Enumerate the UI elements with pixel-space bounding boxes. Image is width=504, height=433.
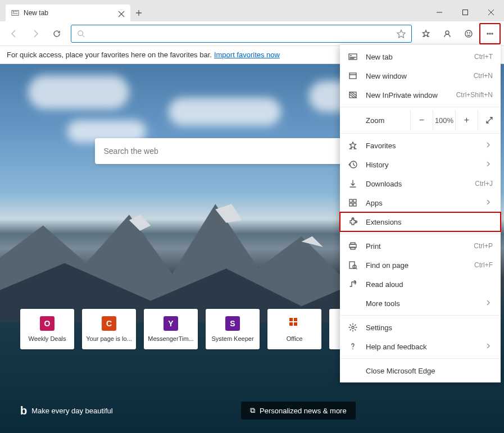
menu-item-extensions[interactable]: Extensions [340, 212, 501, 231]
menu-separator [340, 133, 501, 134]
forward-button[interactable] [25, 23, 46, 44]
menu-item-settings[interactable]: Settings [340, 318, 501, 337]
menu-item-more-tools[interactable]: More tools [340, 294, 501, 313]
new-tab-button[interactable] [130, 4, 147, 21]
back-button[interactable] [3, 23, 25, 44]
menu-item-label: New InPrivate window [366, 91, 456, 99]
favorites-list-button[interactable] [415, 23, 437, 44]
quick-link-tile[interactable]: OWeekly Deals [20, 309, 74, 349]
menu-item-new-window[interactable]: New windowCtrl+N [340, 66, 501, 85]
menu-item-label: Print [366, 242, 474, 250]
quick-link-tile[interactable]: YMessengerTim... [144, 309, 198, 349]
refresh-button[interactable] [46, 23, 67, 44]
chevron-right-icon [486, 199, 493, 207]
news-toggle-label: Personalized news & more [260, 407, 347, 415]
tab-close-icon[interactable] [118, 10, 125, 16]
inprivate-icon [348, 90, 358, 100]
svg-point-12 [492, 33, 493, 34]
svg-rect-15 [289, 322, 293, 326]
menu-item-label: Read aloud [366, 280, 493, 289]
svg-point-26 [352, 218, 354, 220]
menu-item-apps[interactable]: Apps [340, 193, 501, 212]
apps-icon [348, 198, 358, 208]
favorite-star-icon[interactable] [397, 29, 406, 38]
menu-item-label: New window [366, 72, 474, 80]
zoom-out-button[interactable]: − [411, 110, 433, 131]
svg-point-7 [465, 30, 472, 37]
bing-tagline[interactable]: b Make every day beautiful [20, 404, 113, 417]
svg-rect-24 [349, 203, 352, 206]
menu-item-print[interactable]: PrintCtrl+P [340, 236, 501, 256]
more-menu-button[interactable] [479, 23, 501, 44]
menu-item-history[interactable]: History [340, 155, 501, 174]
tile-label: Office [287, 335, 303, 342]
menu-item-close-microsoft-edge[interactable]: Close Microsoft Edge [340, 361, 501, 380]
svg-point-6 [446, 31, 449, 34]
svg-point-9 [470, 33, 470, 33]
readaloud-icon [348, 279, 358, 289]
address-bar[interactable] [71, 25, 412, 43]
tile-label: Your page is lo... [86, 335, 132, 342]
menu-item-downloads[interactable]: DownloadsCtrl+J [340, 174, 501, 193]
svg-rect-13 [289, 318, 293, 321]
svg-rect-0 [12, 11, 19, 16]
svg-rect-4 [463, 10, 468, 15]
menu-item-label: New tab [366, 53, 474, 61]
fullscreen-button[interactable] [478, 110, 501, 131]
menu-shortcut: Ctrl+T [474, 53, 493, 61]
svg-point-10 [487, 33, 488, 34]
svg-rect-2 [15, 11, 17, 12]
menu-zoom-row: Zoom−100%+ [340, 110, 501, 131]
expand-icon: ⧉ [250, 406, 255, 415]
menu-shortcut: Ctrl+N [474, 72, 493, 80]
svg-point-11 [489, 33, 491, 34]
menu-item-label: Find on page [366, 261, 474, 270]
svg-rect-23 [353, 199, 356, 202]
menu-shortcut: Ctrl+J [475, 180, 493, 188]
menu-separator [340, 315, 501, 316]
close-window-button[interactable] [478, 3, 504, 21]
menu-item-favorites[interactable]: Favorites [340, 136, 501, 155]
news-toggle-button[interactable]: ⧉ Personalized news & more [241, 402, 356, 420]
favlist-icon [348, 140, 358, 151]
window-controls [426, 3, 504, 21]
help-icon [348, 341, 358, 352]
profile-button[interactable] [437, 23, 458, 44]
tile-label: System Keeper [211, 335, 253, 342]
menu-item-find-on-page[interactable]: Find on pageCtrl+F [340, 256, 501, 275]
print-icon [348, 241, 358, 251]
menu-item-label: Apps [366, 199, 486, 207]
svg-rect-3 [13, 13, 18, 14]
minimize-button[interactable] [426, 3, 452, 21]
zoom-in-button[interactable]: + [456, 110, 478, 131]
bing-tagline-text: Make every day beautiful [31, 407, 113, 415]
quick-link-tile[interactable]: CYour page is lo... [82, 309, 136, 349]
menu-item-help-and-feedback[interactable]: Help and feedback [340, 337, 501, 356]
menu-item-new-inprivate-window[interactable]: New InPrivate windowCtrl+Shift+N [340, 85, 501, 104]
menu-item-label: Downloads [366, 180, 475, 188]
maximize-button[interactable] [452, 3, 478, 21]
zoom-label: Zoom [366, 116, 410, 125]
browser-tab[interactable]: New tab [6, 4, 130, 21]
menu-separator [340, 358, 501, 359]
chevron-right-icon [486, 161, 493, 169]
main-menu-dropdown: New tabCtrl+TNew windowCtrl+NNew InPriva… [340, 45, 501, 382]
svg-rect-22 [349, 199, 352, 202]
emoji-button[interactable] [458, 23, 479, 44]
menu-item-read-aloud[interactable]: Read aloud [340, 275, 501, 294]
url-input[interactable] [89, 29, 397, 38]
svg-rect-25 [353, 203, 356, 206]
import-favorites-link[interactable]: Import favorites now [214, 51, 280, 59]
menu-item-label: Favorites [366, 142, 486, 150]
menu-item-label: Settings [366, 323, 493, 332]
svg-rect-19 [349, 73, 356, 79]
menu-item-label: History [366, 161, 486, 169]
svg-rect-16 [294, 322, 297, 326]
svg-rect-30 [351, 247, 355, 249]
menu-item-label: Close Microsoft Edge [366, 367, 493, 375]
quick-link-tile[interactable]: Office [267, 309, 321, 349]
svg-rect-14 [294, 318, 297, 321]
tab-title: New tab [24, 9, 118, 17]
quick-link-tile[interactable]: SSystem Keeper [206, 309, 260, 349]
menu-item-new-tab[interactable]: New tabCtrl+T [340, 47, 501, 66]
